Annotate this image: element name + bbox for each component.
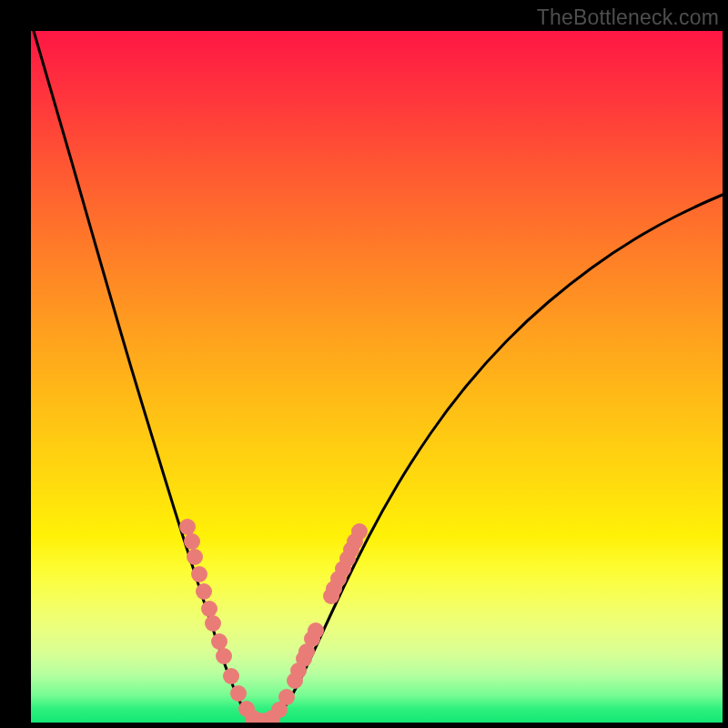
data-marker bbox=[278, 689, 295, 705]
curve-right-branch bbox=[273, 195, 723, 721]
data-marker bbox=[184, 533, 200, 550]
chart-frame: TheBottleneck.com bbox=[0, 0, 728, 728]
data-marker bbox=[230, 685, 247, 702]
data-marker bbox=[179, 519, 196, 535]
curve-left-branch bbox=[34, 31, 253, 721]
data-marker bbox=[211, 633, 228, 650]
plot-area bbox=[31, 31, 723, 723]
line-series-group bbox=[34, 31, 723, 721]
marker-points-group bbox=[179, 519, 368, 723]
data-marker bbox=[201, 601, 217, 617]
data-marker bbox=[216, 648, 232, 664]
watermark-text: TheBottleneck.com bbox=[537, 5, 719, 30]
data-marker bbox=[223, 668, 239, 684]
data-marker bbox=[196, 583, 212, 600]
curves-layer bbox=[31, 31, 723, 723]
data-marker bbox=[351, 523, 368, 540]
data-marker bbox=[191, 566, 207, 582]
data-marker bbox=[187, 549, 203, 565]
data-marker bbox=[205, 615, 221, 632]
data-marker bbox=[308, 622, 324, 639]
